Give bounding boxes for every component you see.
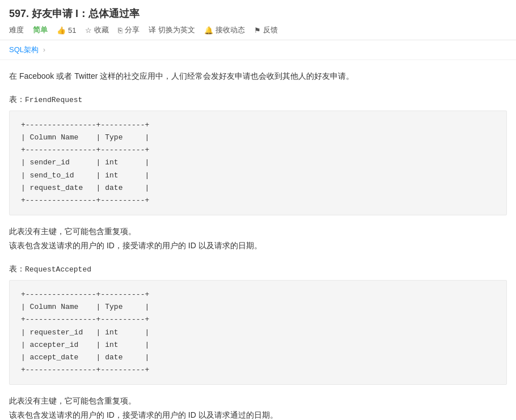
share-button[interactable]: ⎘ 分享 [118, 25, 139, 35]
favorite-button[interactable]: ☆ 收藏 [85, 25, 109, 35]
table1-name: FriendRequest [25, 96, 82, 104]
table1-schema: +----------------+----------+ | Column N… [9, 111, 507, 215]
share-icon: ⎘ [118, 26, 122, 35]
breadcrumb-parent[interactable]: SQL架构 [9, 45, 39, 54]
favorite-label: 收藏 [94, 25, 109, 35]
subscribe-button[interactable]: 🔔 接收动态 [204, 25, 245, 35]
table1-notes: 此表没有主键，它可能包含重复项。 该表包含发送请求的用户的 ID，接受请求的用户… [9, 224, 507, 253]
feedback-label: 反馈 [263, 25, 278, 35]
table2-note-2: 该表包含发送请求的用户的 ID，接受请求的用户的 ID 以及请求通过的日期。 [9, 408, 507, 420]
content-area: 在 Facebook 或者 Twitter 这样的社交应用中，人们经常会发好友申… [0, 60, 516, 420]
translate-icon: 译 [149, 25, 156, 35]
share-label: 分享 [125, 25, 139, 35]
table2-label: 表：RequestAccepted [9, 264, 507, 274]
page-title: 597. 好友申请 I：总体通过率 [9, 7, 507, 20]
like-count: 51 [68, 26, 76, 35]
table2-schema: +----------------+----------+ | Column N… [9, 280, 507, 385]
table2-note-1: 此表没有主键，它可能包含重复项。 [9, 394, 507, 408]
subscribe-label: 接收动态 [215, 25, 245, 35]
problem-description: 在 Facebook 或者 Twitter 这样的社交应用中，人们经常会发好友申… [9, 69, 507, 83]
like-button[interactable]: 👍 51 [57, 26, 76, 35]
table1-label: 表：FriendRequest [9, 95, 507, 105]
bell-icon: 🔔 [204, 26, 213, 35]
star-icon: ☆ [85, 26, 92, 35]
feedback-button[interactable]: ⚑ 反馈 [254, 25, 278, 35]
flag-icon: ⚑ [254, 26, 261, 35]
page-header: 597. 好友申请 I：总体通过率 难度 简单 👍 51 ☆ 收藏 ⎘ 分享 译… [0, 0, 516, 40]
difficulty-badge[interactable]: 简单 [33, 25, 48, 35]
thumbs-up-icon: 👍 [57, 26, 66, 35]
table1-note-2: 该表包含发送请求的用户的 ID，接受请求的用户的 ID 以及请求的日期。 [9, 239, 507, 253]
difficulty-label: 难度 [9, 25, 24, 35]
breadcrumb: SQL架构 › [0, 40, 516, 60]
breadcrumb-separator: › [43, 45, 45, 54]
table1-note-1: 此表没有主键，它可能包含重复项。 [9, 224, 507, 239]
translate-button[interactable]: 译 切换为英文 [149, 25, 195, 35]
toolbar: 难度 简单 👍 51 ☆ 收藏 ⎘ 分享 译 切换为英文 🔔 接收动态 ⚑ 反馈 [9, 25, 507, 35]
translate-label: 切换为英文 [158, 25, 195, 35]
table2-notes: 此表没有主键，它可能包含重复项。 该表包含发送请求的用户的 ID，接受请求的用户… [9, 394, 507, 420]
table2-name: RequestAccepted [25, 265, 91, 274]
